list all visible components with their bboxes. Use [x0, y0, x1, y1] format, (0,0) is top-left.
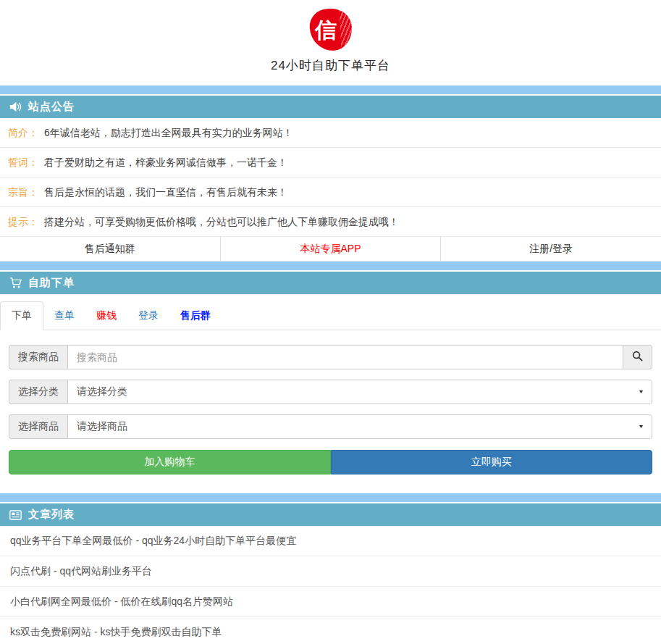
category-label: 选择分类: [9, 380, 67, 404]
announcement-panel-header: 站点公告: [0, 96, 661, 118]
divider-strip: [0, 85, 661, 94]
spacer: [0, 484, 661, 493]
product-select[interactable]: 请选择商品 ▼: [67, 414, 652, 439]
articles-panel-header: 文章列表: [0, 503, 661, 526]
search-group: 搜索商品: [9, 345, 652, 369]
order-form: 搜索商品 选择分类 请选择分类 ▼ 选择商品 请选择商品 ▼ 加入购物车 立即购…: [0, 330, 661, 484]
newspaper-icon: [9, 510, 22, 520]
site-title: 24小时自助下单平台: [0, 57, 661, 74]
search-button[interactable]: [623, 345, 652, 369]
announcement-text: 6年诚信老站，励志打造出全网最具有实力的业务网站！: [44, 127, 293, 138]
tab-login[interactable]: 登录: [127, 302, 169, 330]
search-label: 搜索商品: [9, 345, 67, 369]
tab-earn-money[interactable]: 赚钱: [85, 302, 127, 330]
category-select-value: 请选择分类: [77, 385, 127, 398]
announcement-text: 搭建分站，可享受购物更低价格哦，分站也可以推广他人下单赚取佣金提成哦！: [44, 216, 399, 227]
site-logo: 信: [308, 8, 353, 52]
divider-strip: [0, 262, 661, 270]
category-group: 选择分类 请选择分类 ▼: [9, 380, 652, 404]
add-to-cart-button[interactable]: 加入购物车: [9, 450, 331, 474]
announcement-row: 宗旨：售后是永恒的话题，我们一直坚信，有售后就有未来！: [0, 177, 661, 207]
tab-check-order[interactable]: 查单: [43, 302, 85, 330]
site-header: 信 24小时自助下单平台: [0, 0, 661, 85]
tab-order[interactable]: 下单: [0, 301, 43, 330]
logo-seal-character: 信: [315, 16, 337, 46]
chevron-down-icon: ▼: [638, 424, 644, 430]
announcement-row: 誓词：君子爱财助之有道，梓豪业务网诚信做事，一诺千金！: [0, 148, 661, 177]
divider-strip: [0, 493, 661, 502]
announcement-label: 宗旨：: [8, 186, 38, 198]
quick-links-bar: 售后通知群 本站专属APP 注册/登录: [0, 237, 661, 262]
buy-now-button[interactable]: 立即购买: [331, 450, 653, 474]
announcement-panel-title: 站点公告: [28, 100, 75, 114]
announcement-label: 简介：: [8, 127, 38, 138]
announcement-label: 提示：: [8, 216, 38, 227]
announcement-row: 简介：6年诚信老站，励志打造出全网最具有实力的业务网站！: [0, 118, 661, 148]
article-link[interactable]: qq业务平台下单全网最低价 - qq业务24小时自助下单平台最便宜: [0, 526, 661, 556]
announcement-label: 誓词：: [8, 156, 38, 168]
product-select-value: 请选择商品: [77, 420, 127, 433]
order-panel-title: 自助下单: [28, 276, 75, 290]
announcement-text: 君子爱财助之有道，梓豪业务网诚信做事，一诺千金！: [44, 156, 287, 168]
aftersale-group-link[interactable]: 售后通知群: [0, 237, 220, 261]
magnifier-icon: [632, 351, 643, 364]
product-label: 选择商品: [9, 414, 67, 439]
register-login-link[interactable]: 注册/登录: [440, 237, 661, 261]
tab-aftersale-group[interactable]: 售后群: [169, 302, 222, 330]
app-download-link[interactable]: 本站专属APP: [220, 237, 441, 261]
category-select[interactable]: 请选择分类 ▼: [67, 380, 652, 404]
article-link[interactable]: ks双击免费刷网站 - ks快手免费刷双击自助下单: [0, 617, 661, 644]
product-group: 选择商品 请选择商品 ▼: [9, 414, 652, 439]
chevron-down-icon: ▼: [638, 389, 644, 395]
speaker-icon: [9, 101, 22, 112]
announcement-row: 提示：搭建分站，可享受购物更低价格哦，分站也可以推广他人下单赚取佣金提成哦！: [0, 207, 661, 237]
search-input[interactable]: [67, 345, 623, 369]
order-panel-header: 自助下单: [0, 272, 661, 294]
cart-icon: [9, 277, 22, 288]
article-link[interactable]: 闪点代刷 - qq代网站刷业务平台: [0, 556, 661, 587]
article-link[interactable]: 小白代刷网全网最低价 - 低价在线刷qq名片赞网站: [0, 587, 661, 617]
articles-panel-title: 文章列表: [28, 508, 75, 522]
order-actions: 加入购物车 立即购买: [9, 450, 652, 474]
order-tabs: 下单 查单 赚钱 登录 售后群: [0, 300, 661, 330]
announcement-text: 售后是永恒的话题，我们一直坚信，有售后就有未来！: [44, 186, 287, 198]
